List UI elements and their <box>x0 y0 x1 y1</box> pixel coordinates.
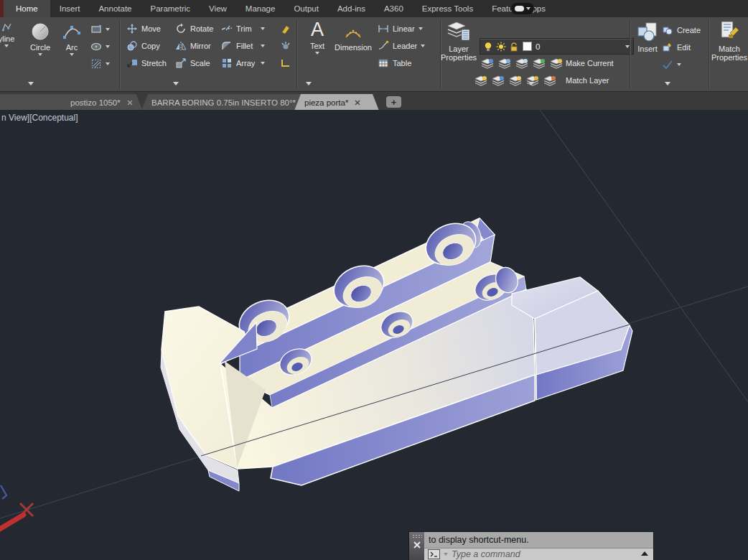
chevron-down-icon <box>106 45 110 48</box>
ribbon-tab-output[interactable]: Output <box>284 0 328 17</box>
leader-button[interactable]: Leader <box>378 39 425 53</box>
hatch-icon <box>90 58 102 70</box>
copy-button[interactable]: Copy <box>126 39 160 53</box>
scale-button[interactable]: Scale <box>175 56 210 70</box>
dimension-button[interactable]: Dimension <box>333 23 373 52</box>
ribbon-tab-view[interactable]: View <box>200 0 236 17</box>
hatch-button[interactable] <box>90 57 110 71</box>
chevron-down-icon <box>421 45 425 47</box>
command-window-grip-bar <box>409 532 424 560</box>
erase-button[interactable] <box>280 22 291 36</box>
annotation-panel-flyout[interactable] <box>306 82 312 85</box>
command-input[interactable]: Type a command <box>424 549 653 560</box>
ribbon-tab-annotate[interactable]: Annotate <box>89 0 141 17</box>
circle-button[interactable]: Circle <box>26 22 55 56</box>
layer-on-bulb-icon <box>484 42 492 52</box>
drag-grip-icon[interactable] <box>412 534 422 538</box>
drawing-canvas[interactable]: n View][Conceptual] to display shortcut-… <box>0 110 748 560</box>
stretch-icon <box>126 57 138 69</box>
chevron-down-icon <box>70 53 74 56</box>
array-flyout-chevron[interactable] <box>261 62 265 65</box>
file-tab[interactable]: BARRA BORING 0.75in INSERTO 80°* <box>141 94 318 111</box>
layer-thaw-icon[interactable] <box>509 75 523 87</box>
layer-select[interactable]: 0 <box>480 38 634 55</box>
close-icon[interactable] <box>127 100 133 106</box>
new-tab-button[interactable]: + <box>386 96 401 108</box>
layer-unisolate-icon[interactable] <box>498 58 512 70</box>
model-3d-part <box>0 110 748 560</box>
explode-button[interactable] <box>280 39 291 53</box>
ribbon-tab-parametric[interactable]: Parametric <box>141 0 200 17</box>
ribbon-tab-bar: Home Insert Annotate Parametric View Man… <box>0 0 748 17</box>
chevron-down-icon <box>526 7 530 10</box>
rotate-button[interactable]: Rotate <box>175 22 213 36</box>
close-icon[interactable] <box>355 100 360 106</box>
layer-isolate-icon[interactable] <box>481 58 495 70</box>
linear-button[interactable]: Linear <box>378 22 423 36</box>
chevron-down-icon <box>106 62 110 65</box>
panel-separator <box>119 19 121 89</box>
polyline-button[interactable]: yline <box>0 22 19 47</box>
polyline-label: yline <box>0 34 14 43</box>
panel-separator <box>296 19 298 89</box>
ribbon-tab-express-tools[interactable]: Express Tools <box>413 0 482 17</box>
ribbon-display-toggle[interactable] <box>511 3 534 14</box>
trim-flyout-chevron[interactable] <box>261 27 265 30</box>
layers-panel-flyout[interactable] <box>528 82 534 85</box>
block-attributes-button[interactable] <box>662 57 681 72</box>
ellipse-button[interactable] <box>90 39 110 54</box>
text-icon: A <box>311 19 324 40</box>
edit-block-button[interactable]: Edit <box>662 40 691 55</box>
modify-panel-flyout[interactable] <box>173 82 179 85</box>
fillet-button[interactable]: Fillet <box>221 39 253 53</box>
make-current-button[interactable]: Make Current <box>566 56 614 70</box>
stretch-button[interactable]: Stretch <box>126 56 167 70</box>
mirror-button[interactable]: Mirror <box>175 39 211 53</box>
file-tab-bar: postizo 1050* BARRA BORING 0.75in INSERT… <box>0 91 748 111</box>
chevron-down-icon <box>38 53 42 56</box>
layer-unlock-icon[interactable] <box>533 58 546 70</box>
match-layer-button[interactable]: Match Layer <box>566 73 609 88</box>
fillet-flyout-chevron[interactable] <box>261 45 265 47</box>
layer-freeze-icon[interactable] <box>515 58 529 70</box>
move-button[interactable]: Move <box>126 22 161 36</box>
trim-button[interactable]: Trim <box>221 22 252 36</box>
draw-panel-flyout[interactable] <box>28 82 34 85</box>
array-button[interactable]: Array <box>221 56 255 70</box>
ribbon-tab-addins[interactable]: Add-ins <box>328 0 375 17</box>
layer-properties-icon <box>447 20 470 43</box>
block-attributes-icon <box>662 59 673 70</box>
create-block-button[interactable]: Create <box>662 23 701 37</box>
array-icon <box>221 57 233 69</box>
chevron-down-icon <box>106 28 110 31</box>
layer-on-icon[interactable] <box>474 75 488 87</box>
table-button[interactable]: Table <box>378 56 411 70</box>
insert-block-button[interactable]: Insert <box>630 22 665 53</box>
offset-button[interactable] <box>280 56 291 70</box>
block-panel-flyout[interactable] <box>665 82 670 85</box>
rotate-label: Rotate <box>190 24 213 33</box>
arc-button[interactable]: Arc <box>59 23 85 56</box>
file-tab[interactable]: postizo 1050* <box>60 94 143 111</box>
match-properties-button[interactable]: Match Properties <box>711 20 748 62</box>
file-tab-label: postizo 1050* <box>70 98 121 107</box>
ribbon-tab-manage[interactable]: Manage <box>236 0 285 17</box>
close-icon[interactable] <box>413 541 421 549</box>
erase-icon <box>280 23 291 34</box>
layer-off-icon[interactable] <box>492 75 505 87</box>
rectangle-button[interactable] <box>90 22 110 37</box>
ribbon-tab-insert[interactable]: Insert <box>50 0 90 17</box>
ribbon-tab-a360[interactable]: A360 <box>375 0 413 17</box>
ribbon-tab-home[interactable]: Home <box>4 0 50 17</box>
file-tab-active[interactable]: pieza porta* <box>294 94 379 111</box>
layer-properties-button[interactable]: Layer Properties <box>436 20 481 62</box>
text-button[interactable]: A Text <box>303 19 332 55</box>
linear-label: Linear <box>393 24 415 33</box>
chevron-down-icon <box>419 27 423 30</box>
dimension-label: Dimension <box>335 43 372 52</box>
arc-label: Arc <box>66 43 78 52</box>
viewport-controls-label[interactable]: n View][Conceptual] <box>1 113 78 123</box>
scale-icon <box>175 57 187 69</box>
leader-label: Leader <box>393 42 417 50</box>
expand-history-icon[interactable] <box>641 551 648 556</box>
